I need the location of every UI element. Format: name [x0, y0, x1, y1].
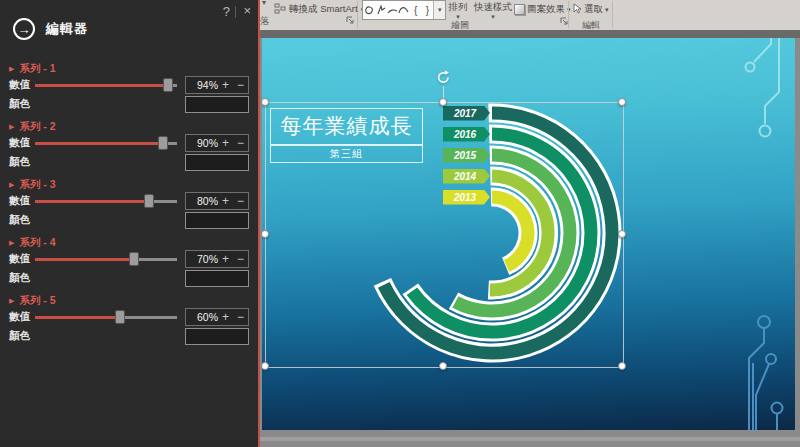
- shape-brace-right-icon[interactable]: }: [422, 2, 434, 18]
- slide[interactable]: 2017 2016 2015 2014 2013 每年業績成長 第三組: [262, 38, 795, 430]
- value-stepper: 90% + −: [185, 134, 249, 152]
- series-block: ▶ 系列 - 2 數值 90% + − 顏色: [9, 120, 249, 176]
- slider-thumb[interactable]: [129, 252, 139, 266]
- value-text: 80%: [186, 195, 218, 207]
- quick-styles-button[interactable]: 快速樣式 ▾: [472, 2, 514, 21]
- chart-year-tag[interactable]: 2016: [443, 127, 490, 142]
- value-label: 數值: [9, 252, 35, 266]
- shapes-gallery-more-icon[interactable]: ▾: [433, 1, 445, 19]
- slider-thumb[interactable]: [115, 310, 125, 324]
- increment-button[interactable]: +: [218, 77, 233, 93]
- color-label: 顏色: [9, 155, 35, 169]
- chart-year-tag[interactable]: 2014: [443, 169, 490, 184]
- shape-effects-icon: [514, 4, 525, 15]
- value-stepper: 70% + −: [185, 250, 249, 268]
- clipped-dropdown-icon[interactable]: ▾: [262, 0, 266, 7]
- value-label: 數值: [9, 310, 35, 324]
- expander-triangle-icon: ▶: [9, 65, 14, 73]
- series-block: ▶ 系列 - 1 數值 94% + − 顏色: [9, 62, 249, 118]
- shapes-gallery[interactable]: { } ▾: [362, 0, 446, 20]
- slider-thumb[interactable]: [163, 78, 173, 92]
- selection-handle-bottom-right[interactable]: [618, 362, 626, 370]
- color-swatch[interactable]: [185, 270, 249, 287]
- value-stepper: 80% + −: [185, 192, 249, 210]
- value-slider[interactable]: [35, 135, 177, 151]
- shape-blob-icon[interactable]: [363, 2, 375, 18]
- chevron-down-icon: ▾: [605, 6, 609, 14]
- selection-handle-middle-right[interactable]: [618, 230, 626, 238]
- select-button[interactable]: 選取 ▾: [573, 3, 609, 16]
- help-button[interactable]: ?: [223, 4, 230, 19]
- color-label: 顏色: [9, 97, 35, 111]
- expander-triangle-icon: ▶: [9, 239, 14, 247]
- series-block: ▶ 系列 - 3 數值 80% + − 顏色: [9, 178, 249, 234]
- cursor-icon: [573, 3, 582, 16]
- convert-smartart-button[interactable]: 轉換成 SmartArt ▾: [274, 3, 364, 16]
- decrement-button[interactable]: −: [233, 251, 248, 267]
- series-expander[interactable]: ▶ 系列 - 1: [9, 62, 249, 76]
- slide-canvas-area: 2017 2016 2015 2014 2013 每年業績成長 第三組: [260, 38, 800, 447]
- color-swatch[interactable]: [185, 96, 249, 113]
- value-slider[interactable]: [35, 77, 177, 93]
- color-label: 顏色: [9, 329, 35, 343]
- series-expander[interactable]: ▶ 系列 - 3: [9, 178, 249, 192]
- value-text: 60%: [186, 311, 218, 323]
- decrement-button[interactable]: −: [233, 309, 248, 325]
- decrement-button[interactable]: −: [233, 193, 248, 209]
- series-expander[interactable]: ▶ 系列 - 5: [9, 294, 249, 308]
- color-swatch[interactable]: [185, 328, 249, 345]
- chart-year-tag[interactable]: 2013: [443, 190, 490, 205]
- ribbon-bottom-strip: [260, 30, 800, 38]
- slider-thumb[interactable]: [158, 136, 168, 150]
- series-name-label: 系列 - 5: [19, 294, 55, 308]
- color-label: 顏色: [9, 213, 35, 227]
- slide-subtitle-textbox[interactable]: 第三組: [270, 145, 423, 163]
- back-arrow-icon[interactable]: →: [13, 18, 35, 40]
- decrement-button[interactable]: −: [233, 135, 248, 151]
- shape-brace-left-icon[interactable]: {: [410, 2, 422, 18]
- increment-button[interactable]: +: [218, 251, 233, 267]
- decrement-button[interactable]: −: [233, 77, 248, 93]
- value-text: 70%: [186, 253, 218, 265]
- shape-arc-icon[interactable]: [386, 2, 398, 18]
- value-slider[interactable]: [35, 251, 177, 267]
- slide-title-textbox[interactable]: 每年業績成長: [270, 108, 423, 145]
- value-slider[interactable]: [35, 193, 177, 209]
- shape-freeform-icon[interactable]: [375, 2, 387, 18]
- panel-header-separator: [235, 6, 236, 18]
- radial-bar-chart[interactable]: [262, 38, 795, 430]
- expander-triangle-icon: ▶: [9, 181, 14, 189]
- ribbon: ▾ 落 轉換成 SmartArt ▾ {: [260, 0, 800, 30]
- selection-handle-top-middle[interactable]: [439, 98, 447, 106]
- value-label: 數值: [9, 136, 35, 150]
- series-expander[interactable]: ▶ 系列 - 4: [9, 236, 249, 250]
- shape-curve-icon[interactable]: [398, 2, 410, 18]
- selection-handle-bottom-middle[interactable]: [439, 362, 447, 370]
- slider-thumb[interactable]: [144, 194, 154, 208]
- selection-handle-top-right[interactable]: [618, 98, 626, 106]
- series-name-label: 系列 - 4: [19, 236, 55, 250]
- quick-styles-label: 快速樣式: [472, 2, 514, 11]
- value-slider[interactable]: [35, 309, 177, 325]
- series-name-label: 系列 - 2: [19, 120, 55, 134]
- value-stepper: 60% + −: [185, 308, 249, 326]
- value-label: 數值: [9, 78, 35, 92]
- paragraph-dialog-launcher-icon[interactable]: [346, 16, 355, 25]
- expander-triangle-icon: ▶: [9, 297, 14, 305]
- editor-panel: ? × → 編輯器 ▶ 系列 - 1 數值 94% + − 顏色: [0, 0, 260, 447]
- series-block: ▶ 系列 - 4 數值 70% + − 顏色: [9, 236, 249, 292]
- color-swatch[interactable]: [185, 154, 249, 171]
- series-name-label: 系列 - 1: [19, 62, 55, 76]
- shape-effects-button[interactable]: 圖案效果 ▾: [514, 3, 571, 16]
- chart-year-tag[interactable]: 2015: [443, 148, 490, 163]
- increment-button[interactable]: +: [218, 309, 233, 325]
- chart-year-tag[interactable]: 2017: [443, 106, 490, 121]
- increment-button[interactable]: +: [218, 193, 233, 209]
- color-swatch[interactable]: [185, 212, 249, 229]
- increment-button[interactable]: +: [218, 135, 233, 151]
- shape-effects-label: 圖案效果: [527, 3, 565, 16]
- close-button[interactable]: ×: [243, 3, 251, 18]
- rotate-handle-icon[interactable]: [435, 69, 452, 90]
- panel-title: 編輯器: [46, 20, 88, 38]
- series-expander[interactable]: ▶ 系列 - 2: [9, 120, 249, 134]
